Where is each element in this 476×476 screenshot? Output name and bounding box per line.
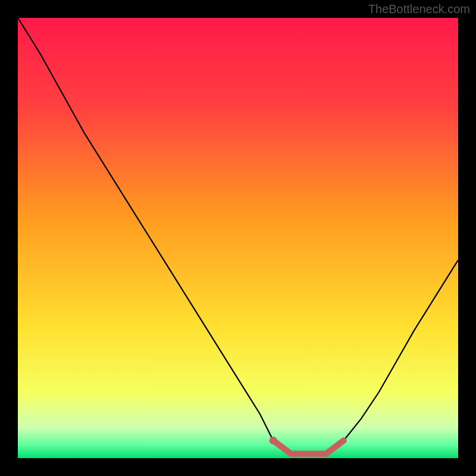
curve-layer [18,18,458,458]
optimal-range-dot [270,437,277,444]
optimal-range-highlight [273,440,343,453]
watermark-text: TheBottleneck.com [368,2,470,16]
bottleneck-chart [18,18,458,458]
bottleneck-curve-line [18,18,458,454]
